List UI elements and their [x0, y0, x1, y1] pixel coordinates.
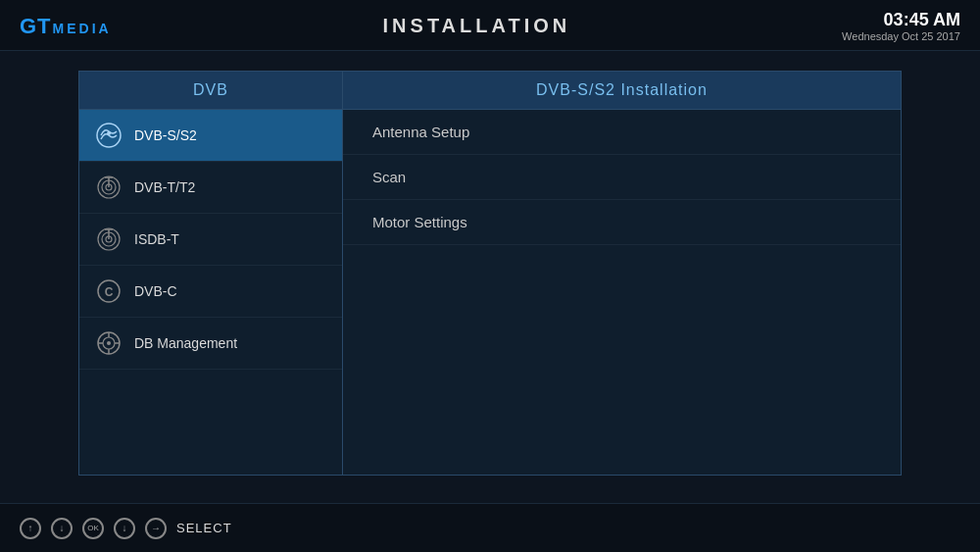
sidebar-item-db-management-label: DB Management — [134, 335, 237, 351]
footer-btn-right[interactable]: → — [145, 518, 167, 539]
right-panel: DVB-S/S2 Installation Antenna Setup Scan… — [343, 71, 902, 476]
right-panel-header: DVB-S/S2 Installation — [343, 72, 901, 110]
right-menu-item-antenna-setup[interactable]: Antenna Setup — [343, 110, 901, 155]
svg-point-16 — [107, 341, 111, 345]
sidebar-item-dvb-s-s2-label: DVB-S/S2 — [134, 127, 197, 143]
logo-media: MEDIA — [53, 21, 112, 36]
db-management-icon — [95, 329, 122, 357]
clock: 03:45 AM — [842, 10, 960, 30]
sidebar-item-isdb-t[interactable]: ISDB-T — [79, 214, 342, 266]
down-icon: ↓ — [51, 518, 73, 539]
up-icon: ↑ — [20, 518, 41, 539]
dvbc-icon: C — [95, 277, 122, 305]
left-panel-header: DVB — [79, 72, 342, 110]
footer-btn-down2[interactable]: ↓ — [114, 518, 135, 539]
logo-gt: GT — [20, 14, 52, 39]
main-content: DVB DVB-S/S2 DVB-T/T2 — [0, 51, 980, 495]
sidebar-item-dvb-s-s2[interactable]: DVB-S/S2 — [79, 110, 342, 162]
svg-text:C: C — [105, 285, 114, 299]
left-panel: DVB DVB-S/S2 DVB-T/T2 — [78, 71, 343, 476]
footer-btn-down[interactable]: ↓ — [51, 518, 73, 539]
footer-btn-ok[interactable]: OK — [82, 518, 104, 539]
date: Wednesday Oct 25 2017 — [842, 30, 960, 42]
logo: GT MEDIA — [20, 14, 112, 39]
header-time: 03:45 AM Wednesday Oct 25 2017 — [842, 10, 960, 42]
antenna-icon — [95, 174, 122, 201]
sidebar-item-dvb-c-label: DVB-C — [134, 283, 177, 299]
sidebar-item-dvb-t-t2[interactable]: DVB-T/T2 — [79, 162, 342, 214]
down2-icon: ↓ — [114, 518, 135, 539]
footer-btn-up[interactable]: ↑ — [20, 518, 41, 539]
ok-icon: OK — [82, 518, 104, 539]
sidebar-item-db-management[interactable]: DB Management — [79, 318, 342, 370]
footer: ↑ ↓ OK ↓ → SELECT — [0, 503, 980, 552]
svg-point-1 — [107, 131, 111, 135]
sidebar-item-dvb-c[interactable]: C DVB-C — [79, 266, 342, 318]
sidebar-item-dvb-t-t2-label: DVB-T/T2 — [134, 179, 195, 195]
right-icon: → — [145, 518, 167, 539]
isdb-icon — [95, 226, 122, 253]
right-menu-item-motor-settings[interactable]: Motor Settings — [343, 200, 901, 245]
footer-select-label: SELECT — [176, 521, 232, 535]
sidebar-item-isdb-t-label: ISDB-T — [134, 231, 179, 247]
header: GT MEDIA INSTALLATION 03:45 AM Wednesday… — [0, 0, 980, 51]
page-title: INSTALLATION — [383, 15, 571, 37]
right-menu-item-scan[interactable]: Scan — [343, 155, 901, 200]
satellite-icon — [95, 122, 122, 149]
